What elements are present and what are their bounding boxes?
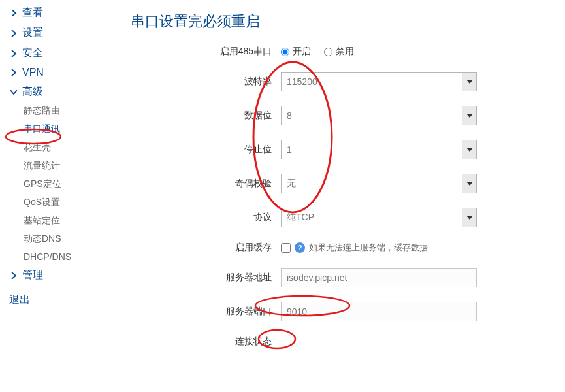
label-enable485: 启用485串口	[131, 46, 281, 57]
dropdown-icon	[462, 208, 476, 227]
label-parity: 奇偶校验	[131, 178, 281, 189]
subnav-cellloc[interactable]: 基站定位	[9, 212, 105, 230]
chevron-right-icon	[9, 49, 18, 58]
subnav-serial[interactable]: 串口通讯	[9, 120, 105, 139]
nav-item-view[interactable]: 查看	[9, 3, 105, 23]
select-stopbits[interactable]: 1	[281, 140, 477, 159]
logout-link[interactable]: 退出	[9, 286, 105, 307]
subnav-label: DHCP/DNS	[24, 252, 71, 262]
radio-label-off: 禁用	[336, 46, 354, 57]
label-conn-status: 连接状态	[131, 336, 281, 348]
nav-label: 设置	[22, 26, 43, 40]
subnav-dhcpdns[interactable]: DHCP/DNS	[9, 248, 105, 265]
nav-item-advanced[interactable]: 高级	[9, 82, 105, 102]
select-value: 115200	[287, 76, 317, 87]
nav-label: 管理	[22, 269, 43, 282]
select-parity[interactable]: 无	[281, 174, 477, 193]
nav-item-security[interactable]: 安全	[9, 43, 105, 63]
subnav-label: 流量统计	[24, 160, 60, 171]
nav-label: VPN	[22, 67, 44, 78]
help-icon[interactable]: ?	[295, 242, 305, 253]
select-databits[interactable]: 8	[281, 106, 477, 125]
label-server-addr: 服务器地址	[131, 272, 281, 284]
subnav-gps[interactable]: GPS定位	[9, 175, 105, 193]
nav-item-settings[interactable]: 设置	[9, 23, 105, 43]
cache-hint: 如果无法连上服务端，缓存数据	[309, 242, 428, 253]
label-cache: 启用缓存	[131, 242, 281, 253]
subnav-traffic[interactable]: 流量统计	[9, 157, 105, 175]
nav-label: 查看	[22, 6, 43, 20]
dropdown-icon	[462, 174, 476, 193]
label-protocol: 协议	[131, 212, 281, 223]
radio-enable-off[interactable]: 禁用	[324, 46, 354, 57]
input-server-port[interactable]	[281, 302, 477, 321]
subnav-qos[interactable]: QoS设置	[9, 193, 105, 212]
subnav-ddns[interactable]: 动态DNS	[9, 230, 105, 248]
select-value: 无	[287, 178, 296, 189]
nav-label: 高级	[22, 85, 43, 99]
label-server-port: 服务器端口	[131, 306, 281, 318]
subnav-label: 动态DNS	[24, 233, 61, 244]
select-value: 1	[287, 144, 292, 155]
subnav-label: 串口通讯	[24, 123, 60, 134]
subnav-label: GPS定位	[24, 178, 61, 189]
page-title: 串口设置完必须重启	[131, 0, 552, 46]
label-stopbits: 停止位	[131, 144, 281, 155]
radio-label-on: 开启	[293, 46, 311, 57]
subnav-oray[interactable]: 花生壳	[9, 139, 105, 157]
label-databits: 数据位	[131, 110, 281, 122]
input-server-addr[interactable]	[281, 268, 477, 287]
subnav-label: 花生壳	[24, 142, 51, 152]
nav-item-vpn[interactable]: VPN	[9, 63, 105, 82]
label-baud: 波特率	[131, 76, 281, 88]
dropdown-icon	[462, 106, 476, 125]
subnav-label: 静态路由	[24, 105, 60, 116]
radio-input-on[interactable]	[281, 48, 289, 56]
chevron-right-icon	[9, 271, 18, 280]
nav-item-manage[interactable]: 管理	[9, 265, 105, 286]
subnav-static-route[interactable]: 静态路由	[9, 102, 105, 120]
nav-label: 安全	[22, 46, 43, 60]
radio-input-off[interactable]	[324, 48, 332, 56]
chevron-right-icon	[9, 29, 18, 38]
select-baud[interactable]: 115200	[281, 72, 477, 91]
checkbox-cache[interactable]	[281, 243, 291, 253]
select-value: 纯TCP	[287, 212, 314, 223]
radio-enable-on[interactable]: 开启	[281, 46, 311, 57]
chevron-down-icon	[9, 88, 18, 97]
select-value: 8	[287, 110, 292, 121]
subnav-label: QoS设置	[24, 197, 60, 207]
dropdown-icon	[462, 73, 476, 91]
select-protocol[interactable]: 纯TCP	[281, 208, 477, 227]
chevron-right-icon	[9, 8, 18, 18]
dropdown-icon	[462, 140, 476, 159]
subnav-label: 基站定位	[24, 215, 60, 225]
logout-label: 退出	[9, 294, 30, 305]
chevron-right-icon	[9, 68, 18, 77]
